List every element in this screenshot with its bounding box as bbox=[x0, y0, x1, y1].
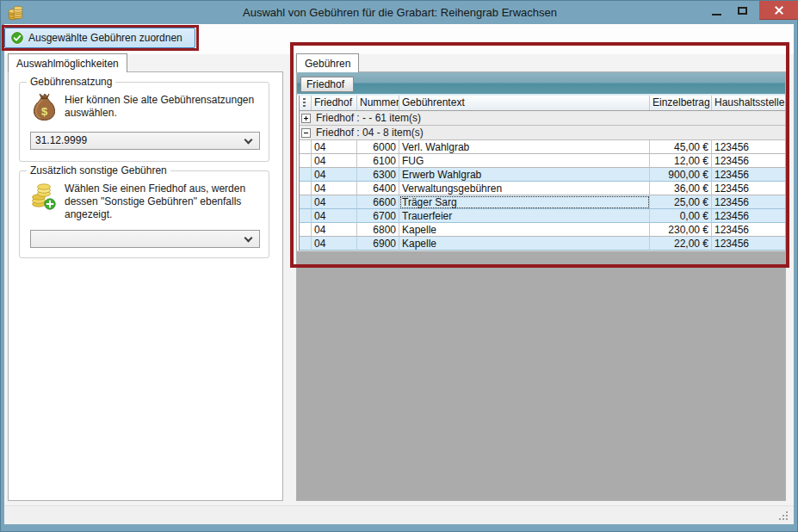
row-indent-cell[interactable] bbox=[300, 182, 312, 195]
assign-fees-button[interactable]: Ausgewählte Gebühren zuordnen bbox=[4, 28, 195, 48]
column-header-gebührentext[interactable]: Gebührentext bbox=[399, 96, 650, 110]
grid-row[interactable]: 046700Trauerfeier0,00 €123456 bbox=[300, 209, 786, 223]
grid-cell[interactable]: 6300 bbox=[357, 168, 399, 182]
grid-cell[interactable]: 6400 bbox=[357, 182, 399, 195]
grid-cell[interactable]: 0,00 € bbox=[650, 209, 712, 223]
grid-row[interactable]: 046000Verl. Wahlgrab45,00 €123456 bbox=[300, 140, 786, 154]
grid-cell[interactable]: 04 bbox=[312, 237, 357, 251]
fees-grid: FriedhofNummerGebührentextEinzelbetragHa… bbox=[299, 96, 786, 251]
grid-cell[interactable]: 12,00 € bbox=[650, 154, 712, 168]
row-indent-cell[interactable] bbox=[300, 237, 312, 251]
grid-cell[interactable]: 04 bbox=[312, 182, 357, 195]
maximize-button[interactable] bbox=[729, 1, 755, 20]
grid-cell[interactable]: 04 bbox=[312, 223, 357, 237]
grid-cell[interactable]: 123456 bbox=[712, 168, 786, 182]
grid-cell[interactable]: 123456 bbox=[712, 223, 786, 237]
grid-cell[interactable]: Verl. Wahlgrab bbox=[399, 140, 650, 154]
group-row-label: Friedhof : - - 61 item(s) bbox=[316, 112, 421, 124]
grid-header: FriedhofNummerGebührentextEinzelbetragHa… bbox=[300, 96, 786, 111]
column-header-nummer[interactable]: Nummer bbox=[357, 96, 399, 110]
other-fees-combobox[interactable] bbox=[30, 230, 260, 248]
tab-gebuehren[interactable]: Gebühren bbox=[296, 53, 359, 72]
column-header-einzelbetrag[interactable]: Einzelbetrag bbox=[650, 96, 712, 110]
row-indent-cell[interactable] bbox=[300, 154, 312, 168]
left-panel: Gebührensatzung $ Hier können Sie alte G… bbox=[8, 71, 283, 501]
row-indicator-header[interactable] bbox=[300, 96, 312, 110]
window-title: Auswahl von Gebühren für die Grabart: Re… bbox=[1, 1, 798, 24]
grid-cell[interactable]: Erwerb Wahlgrab bbox=[399, 168, 650, 182]
grid-cell[interactable]: 04 bbox=[312, 140, 357, 154]
group-row[interactable]: Friedhof : 04 - 8 item(s) bbox=[300, 126, 786, 140]
grid-cell[interactable]: 6600 bbox=[357, 195, 399, 209]
row-indent-cell[interactable] bbox=[300, 140, 312, 154]
grid-row[interactable]: 046600Träger Sarg25,00 €123456 bbox=[300, 195, 786, 209]
close-button[interactable] bbox=[759, 1, 798, 20]
grid-row[interactable]: 046900Kapelle22,00 €123456 bbox=[300, 237, 786, 251]
grid-cell[interactable]: 22,00 € bbox=[650, 237, 712, 251]
grid-cell[interactable]: 04 bbox=[312, 209, 357, 223]
money-bag-icon: $ bbox=[31, 93, 57, 122]
grid-cell[interactable]: 6000 bbox=[357, 140, 399, 154]
title-bar[interactable]: Auswahl von Gebühren für die Grabart: Re… bbox=[1, 1, 798, 24]
row-indicator-icon bbox=[303, 98, 306, 108]
assign-fees-label: Ausgewählte Gebühren zuordnen bbox=[28, 32, 182, 44]
grid-row[interactable]: 046400Verwaltungsgebühren36,00 €123456 bbox=[300, 182, 786, 195]
grid-cell[interactable]: 6800 bbox=[357, 223, 399, 237]
grid-cell[interactable]: 900,00 € bbox=[650, 168, 712, 182]
other-fees-groupbox: Zusätzlich sonstige Gebühren Wählen Sie … bbox=[19, 170, 269, 258]
grid-cell[interactable]: 6100 bbox=[357, 154, 399, 168]
group-row-label: Friedhof : 04 - 8 item(s) bbox=[316, 127, 424, 139]
grid-row[interactable]: 046100FUG12,00 €123456 bbox=[300, 154, 786, 168]
grid-cell[interactable]: Trauerfeier bbox=[399, 209, 650, 223]
grid-body: Friedhof : - - 61 item(s)Friedhof : 04 -… bbox=[300, 111, 786, 251]
grid-cell[interactable]: 04 bbox=[312, 168, 357, 182]
grid-cell[interactable]: 123456 bbox=[712, 237, 786, 251]
other-fees-description: Wählen Sie einen Friedhof aus, werden de… bbox=[65, 182, 269, 221]
column-header-friedhof[interactable]: Friedhof bbox=[312, 96, 357, 110]
fee-statute-description: Hier können Sie alte Gebührensatzungen a… bbox=[65, 94, 269, 120]
plus-box-icon[interactable] bbox=[301, 114, 311, 123]
grid-cell[interactable]: 04 bbox=[312, 154, 357, 168]
tab-auswahlmoeglichkeiten[interactable]: Auswahlmöglichkeiten bbox=[8, 53, 127, 72]
group-by-chip-friedhof[interactable]: Friedhof bbox=[300, 77, 354, 92]
row-indent-cell[interactable] bbox=[300, 209, 312, 223]
grid-cell[interactable]: Kapelle bbox=[399, 223, 650, 237]
fee-statute-groupbox: Gebührensatzung $ Hier können Sie alte G… bbox=[19, 82, 269, 162]
green-check-icon bbox=[10, 31, 24, 45]
row-indent-cell[interactable] bbox=[300, 195, 312, 209]
grid-cell[interactable]: Verwaltungsgebühren bbox=[399, 182, 650, 195]
resize-grip-icon[interactable] bbox=[777, 510, 789, 521]
grid-cell[interactable]: Träger Sarg bbox=[399, 195, 650, 209]
grid-cell[interactable]: 123456 bbox=[712, 182, 786, 195]
status-bar bbox=[4, 505, 794, 524]
grid-cell[interactable]: 45,00 € bbox=[650, 140, 712, 154]
grid-cell[interactable]: 123456 bbox=[712, 140, 786, 154]
grid-cell[interactable]: Kapelle bbox=[399, 237, 650, 251]
group-row[interactable]: Friedhof : - - 61 item(s) bbox=[300, 111, 786, 126]
grid-cell[interactable]: 6900 bbox=[357, 237, 399, 251]
fee-statute-combobox[interactable]: 31.12.9999 bbox=[30, 132, 260, 150]
coins-plus-icon bbox=[31, 182, 57, 211]
grid-row[interactable]: 046800Kapelle230,00 €123456 bbox=[300, 223, 786, 237]
grid-cell[interactable]: 230,00 € bbox=[650, 223, 712, 237]
grid-cell[interactable]: 04 bbox=[312, 195, 357, 209]
column-header-haushaltsstelle[interactable]: Haushaltsstelle bbox=[712, 96, 786, 110]
row-indent-cell[interactable] bbox=[300, 168, 312, 182]
grid-cell[interactable]: 25,00 € bbox=[650, 195, 712, 209]
grid-cell[interactable]: 123456 bbox=[712, 154, 786, 168]
fee-statute-combo-value: 31.12.9999 bbox=[35, 134, 87, 146]
minimize-button[interactable] bbox=[703, 1, 729, 20]
other-fees-title: Zusätzlich sonstige Gebühren bbox=[27, 164, 170, 176]
grid-row[interactable]: 046300Erwerb Wahlgrab900,00 €123456 bbox=[300, 168, 786, 182]
grid-cell[interactable]: 123456 bbox=[712, 209, 786, 223]
chevron-down-icon bbox=[244, 136, 253, 145]
row-indent-cell[interactable] bbox=[300, 223, 312, 237]
minus-box-icon[interactable] bbox=[301, 128, 311, 138]
right-panel: Friedhof FriedhofNummerGebührentextEinze… bbox=[296, 71, 786, 501]
grid-cell[interactable]: FUG bbox=[399, 154, 650, 168]
chevron-down-icon bbox=[244, 234, 253, 243]
fee-statute-title: Gebührensatzung bbox=[27, 76, 115, 88]
grid-cell[interactable]: 36,00 € bbox=[650, 182, 712, 195]
grid-cell[interactable]: 6700 bbox=[357, 209, 399, 223]
grid-cell[interactable]: 123456 bbox=[712, 195, 786, 209]
